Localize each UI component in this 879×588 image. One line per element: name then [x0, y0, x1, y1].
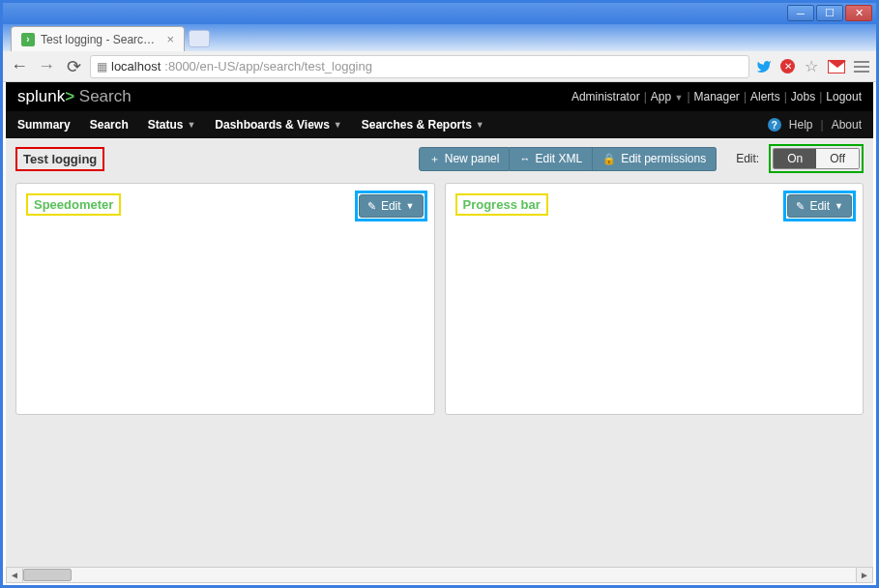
chevron-down-icon: ▼ — [476, 120, 484, 130]
app-nav: Summary Search Status▼ Dashboards & View… — [6, 111, 873, 138]
panel-title: Progress bar — [455, 193, 548, 216]
header-link-manager[interactable]: Manager — [694, 90, 740, 103]
chrome-menu-icon[interactable] — [853, 58, 870, 75]
header-link-app[interactable]: App ▼ — [651, 90, 684, 103]
back-button[interactable]: ← — [9, 56, 30, 77]
header-links: Administrator | App ▼ | Manager | Alerts… — [571, 90, 862, 103]
header-link-jobs[interactable]: Jobs — [791, 90, 815, 103]
address-bar[interactable]: ▦ localhost:8000/en-US/app/search/test_l… — [90, 55, 749, 78]
panel-edit-button[interactable]: ✎ Edit ▼ — [359, 194, 424, 218]
nav-searches-reports[interactable]: Searches & Reports▼ — [362, 118, 484, 132]
minimize-button[interactable]: ─ — [787, 5, 814, 21]
close-button[interactable]: ✕ — [845, 5, 872, 21]
edit-toggle[interactable]: On Off — [773, 148, 860, 169]
panel-edit-highlight: ✎ Edit ▼ — [783, 191, 856, 221]
dashboard-actions: ＋ New panel ↔ Edit XML 🔒 Edit permission… — [419, 147, 717, 171]
chevron-down-icon: ▼ — [835, 201, 843, 211]
header-link-logout[interactable]: Logout — [826, 90, 862, 103]
panel-progress-bar: Progress bar ✎ Edit ▼ — [445, 183, 864, 415]
horizontal-scrollbar[interactable]: ◄ ► — [6, 567, 873, 583]
window-titlebar: ─ ☐ ✕ — [3, 3, 876, 24]
pencil-icon: ✎ — [796, 200, 805, 213]
logo-chevron: > — [65, 87, 74, 105]
browser-window: ─ ☐ ✕ › Test logging - Search - Splun × … — [0, 0, 879, 588]
chevron-down-icon: ▼ — [334, 120, 342, 130]
url-path: :8000/en-US/app/search/test_logging — [164, 59, 372, 74]
extension-icons: ✕ ☆ — [755, 58, 870, 75]
scroll-thumb[interactable] — [23, 569, 72, 581]
browser-tab-title: Test logging - Search - Splun — [41, 33, 161, 46]
edit-toggle-off[interactable]: Off — [816, 149, 859, 168]
app-header: splunk> Search Administrator | App ▼ | M… — [6, 82, 873, 111]
close-tab-icon[interactable]: × — [166, 32, 174, 46]
scroll-track[interactable] — [23, 568, 856, 582]
header-link-admin[interactable]: Administrator — [571, 90, 640, 103]
forward-button[interactable]: → — [36, 56, 57, 77]
panel-edit-highlight: ✎ Edit ▼ — [355, 191, 427, 221]
header-link-alerts[interactable]: Alerts — [750, 90, 780, 103]
browser-toolbar: ← → ⟳ ▦ localhost:8000/en-US/app/search/… — [3, 51, 876, 82]
nav-summary[interactable]: Summary — [17, 118, 71, 132]
favicon-icon: › — [21, 33, 35, 46]
edit-mode-label: Edit: — [736, 152, 759, 165]
globe-icon: ▦ — [97, 60, 107, 74]
nav-right: ? Help | About — [768, 118, 862, 132]
maximize-button[interactable]: ☐ — [816, 5, 843, 21]
panel-speedometer: Speedometer ✎ Edit ▼ — [15, 183, 435, 415]
nav-help[interactable]: Help — [789, 118, 813, 132]
nav-status[interactable]: Status▼ — [148, 118, 196, 132]
chevron-down-icon: ▼ — [406, 201, 415, 211]
logo-brand: splunk — [17, 87, 65, 105]
edit-permissions-button[interactable]: 🔒 Edit permissions — [593, 147, 717, 171]
scroll-left-arrow[interactable]: ◄ — [7, 568, 23, 582]
chevron-down-icon: ▼ — [674, 93, 683, 103]
dashboard-title: Test logging — [15, 147, 104, 171]
scroll-right-arrow[interactable]: ► — [856, 568, 872, 582]
new-panel-button[interactable]: ＋ New panel — [419, 147, 511, 171]
edit-toggle-highlight: On Off — [769, 144, 864, 173]
lock-icon: 🔒 — [602, 153, 616, 165]
dashboard-panels: Speedometer ✎ Edit ▼ Progress bar ✎ Edit… — [6, 179, 873, 425]
reload-button[interactable]: ⟳ — [63, 56, 84, 77]
twitter-icon[interactable] — [755, 58, 773, 75]
plus-icon: ＋ — [429, 152, 440, 166]
blocker-icon[interactable]: ✕ — [780, 59, 795, 74]
url-host: localhost — [111, 59, 161, 74]
help-icon: ? — [768, 118, 781, 132]
nav-dashboards[interactable]: Dashboards & Views▼ — [215, 118, 341, 132]
code-icon: ↔ — [519, 153, 530, 164]
app-viewport: splunk> Search Administrator | App ▼ | M… — [6, 82, 873, 582]
panel-title: Speedometer — [26, 193, 121, 216]
nav-search[interactable]: Search — [90, 118, 129, 132]
window-controls: ─ ☐ ✕ — [787, 5, 872, 21]
dashboard-toolbar: Test logging ＋ New panel ↔ Edit XML 🔒 Ed… — [6, 138, 873, 179]
edit-xml-button[interactable]: ↔ Edit XML — [510, 147, 593, 171]
pencil-icon: ✎ — [367, 200, 376, 213]
app-logo[interactable]: splunk> Search — [17, 87, 132, 106]
browser-tab[interactable]: › Test logging - Search - Splun × — [11, 26, 185, 51]
gmail-icon[interactable] — [828, 58, 845, 75]
logo-app: Search — [79, 87, 132, 105]
bookmark-star-icon[interactable]: ☆ — [803, 58, 820, 75]
edit-toggle-on[interactable]: On — [774, 149, 816, 168]
chevron-down-icon: ▼ — [187, 120, 195, 130]
panel-edit-button[interactable]: ✎ Edit ▼ — [787, 194, 852, 218]
new-tab-button[interactable] — [189, 30, 210, 47]
nav-about[interactable]: About — [832, 118, 862, 132]
browser-tab-strip: › Test logging - Search - Splun × — [3, 24, 876, 51]
nav-left: Summary Search Status▼ Dashboards & View… — [17, 118, 484, 132]
